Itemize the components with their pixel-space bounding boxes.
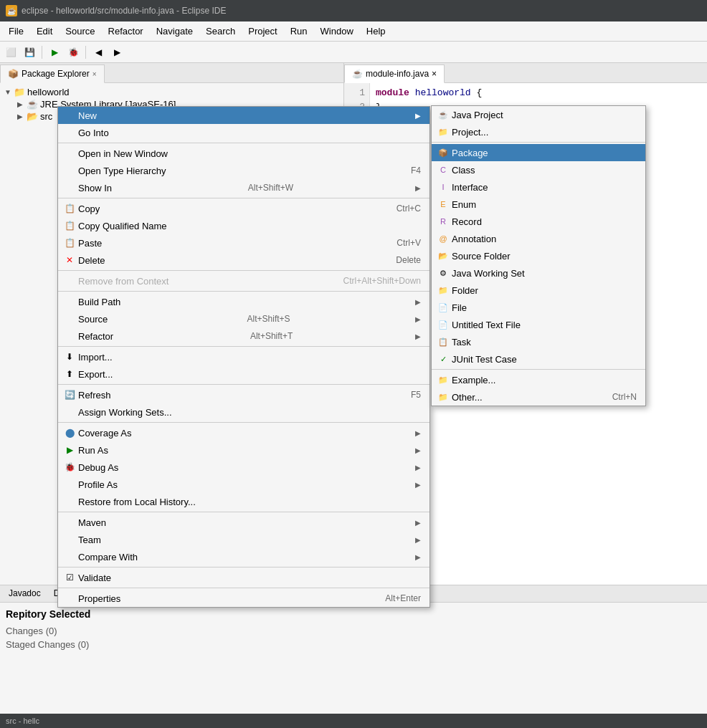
ctx-maven[interactable]: Maven ▶ — [58, 514, 430, 531]
sub-task-label: Task — [452, 337, 471, 348]
menu-refactor[interactable]: Refactor — [103, 24, 149, 39]
ctx-run-as[interactable]: ▶ Run As ▶ — [58, 441, 430, 459]
ctx-copy-qualified[interactable]: 📋 Copy Qualified Name — [58, 217, 430, 234]
ctx-debug-arrow: ▶ — [415, 464, 421, 471]
sub-class[interactable]: C Class — [432, 161, 645, 178]
ctx-refactor-arrow: ▶ — [415, 332, 421, 340]
jre-icon: ☕ — [27, 99, 38, 110]
ctx-new[interactable]: New ▶ — [58, 107, 430, 124]
tree-expand-src[interactable]: ▶ — [17, 112, 24, 120]
sub-task[interactable]: 📋 Task — [432, 333, 645, 350]
tree-helloworld[interactable]: ▼ 📁 helloworld — [3, 86, 341, 98]
ctx-profile-label: Profile As — [78, 479, 118, 490]
menu-file[interactable]: File — [3, 24, 29, 39]
sub-file[interactable]: 📄 File — [432, 299, 645, 316]
menu-window[interactable]: Window — [315, 24, 359, 39]
ctx-maven-label: Maven — [78, 517, 106, 528]
sub-example-label: Example... — [452, 375, 495, 385]
ctx-coverage-as[interactable]: ⬤ Coverage As ▶ — [58, 424, 430, 441]
sub-interface[interactable]: I Interface — [432, 178, 645, 196]
sub-untitled-text-file[interactable]: 📄 Untitled Text File — [432, 316, 645, 333]
ctx-delete[interactable]: ✕ Delete Delete — [58, 252, 430, 269]
ctx-sep-1 — [58, 143, 430, 143]
menu-search[interactable]: Search — [200, 24, 241, 39]
sub-record[interactable]: R Record — [432, 213, 645, 230]
menu-run[interactable]: Run — [285, 24, 313, 39]
sub-junit[interactable]: ✓ JUnit Test Case — [432, 350, 645, 368]
ctx-run-icon: ▶ — [64, 444, 75, 456]
tree-expand-jre[interactable]: ▶ — [17, 100, 24, 108]
ctx-maven-arrow: ▶ — [415, 519, 421, 527]
sub-source-folder[interactable]: 📂 Source Folder — [432, 247, 645, 264]
sub-sep-1 — [432, 142, 645, 143]
window-title: eclipse - helloworld/src/module-info.jav… — [22, 6, 226, 16]
ctx-assign-ws-label: Assign Working Sets... — [78, 407, 172, 418]
ctx-team[interactable]: Team ▶ — [58, 531, 430, 548]
sub-folder[interactable]: 📁 Folder — [432, 282, 645, 299]
tree-expand-helloworld[interactable]: ▼ — [4, 88, 11, 96]
sub-example[interactable]: 📁 Example... — [432, 371, 645, 388]
ctx-sep-6 — [58, 384, 430, 385]
toolbar-new-btn[interactable]: ⬜ — [3, 44, 19, 60]
ctx-refresh-label: Refresh — [78, 390, 111, 401]
sub-other[interactable]: 📁 Other... Ctrl+N — [432, 388, 645, 406]
ctx-open-type-hierarchy-shortcut: F4 — [397, 166, 421, 176]
sub-java-working-set[interactable]: ⚙ Java Working Set — [432, 264, 645, 282]
ctx-coverage-icon: ⬤ — [64, 427, 75, 439]
sub-record-label: Record — [452, 216, 482, 227]
ctx-build-path[interactable]: Build Path ▶ — [58, 293, 430, 310]
toolbar-run-btn[interactable]: ▶ — [47, 44, 62, 60]
sub-interface-label: Interface — [452, 182, 488, 193]
menu-navigate[interactable]: Navigate — [151, 24, 199, 39]
toolbar-sep-2 — [85, 46, 86, 59]
package-explorer-close[interactable]: × — [92, 70, 97, 78]
ctx-open-type-hierarchy[interactable]: Open Type Hierarchy F4 — [58, 162, 430, 179]
ctx-copy[interactable]: 📋 Copy Ctrl+C — [58, 200, 430, 217]
sub-project[interactable]: 📁 Project... — [432, 123, 645, 140]
tab-javadoc[interactable]: Javadoc — [3, 587, 47, 601]
menu-source[interactable]: Source — [60, 24, 100, 39]
ctx-open-new-window[interactable]: Open in New Window — [58, 145, 430, 162]
ctx-import[interactable]: ⬇ Import... — [58, 348, 430, 365]
menu-help[interactable]: Help — [361, 24, 392, 39]
package-explorer-tab[interactable]: 📦 Package Explorer × — [0, 64, 105, 83]
menu-edit[interactable]: Edit — [31, 24, 58, 39]
toolbar-save-btn[interactable]: 💾 — [22, 44, 37, 60]
sub-enum[interactable]: E Enum — [432, 196, 645, 213]
ctx-go-into[interactable]: Go Into — [58, 124, 430, 141]
ctx-refactor[interactable]: Refactor Alt+Shift+T ▶ — [58, 327, 430, 345]
ctx-show-in[interactable]: Show In Alt+Shift+W ▶ — [58, 179, 430, 196]
ctx-debug-as[interactable]: 🐞 Debug As ▶ — [58, 459, 430, 476]
menu-project[interactable]: Project — [242, 24, 283, 39]
sub-folder-icon: 📁 — [437, 284, 449, 296]
sub-enum-icon: E — [437, 198, 449, 210]
ctx-properties[interactable]: Properties Alt+Enter — [58, 590, 430, 607]
src-folder-icon: 📂 — [27, 111, 38, 122]
sub-package[interactable]: 📦 Package — [432, 144, 645, 161]
ctx-refresh[interactable]: 🔄 Refresh F5 — [58, 386, 430, 403]
ctx-export[interactable]: ⬆ Export... — [58, 365, 430, 383]
ctx-compare-with[interactable]: Compare With ▶ — [58, 548, 430, 565]
ctx-remove-icon — [64, 275, 75, 287]
ctx-validate[interactable]: ☑ Validate — [58, 569, 430, 586]
ctx-restore-history[interactable]: Restore from Local History... — [58, 493, 430, 510]
ctx-properties-label: Properties — [78, 593, 120, 604]
ctx-paste[interactable]: 📋 Paste Ctrl+V — [58, 234, 430, 252]
ctx-import-icon: ⬇ — [64, 351, 75, 363]
sub-annotation[interactable]: @ Annotation — [432, 230, 645, 247]
ctx-assign-working-sets[interactable]: Assign Working Sets... — [58, 403, 430, 421]
toolbar-prev-btn[interactable]: ◀ — [90, 44, 106, 60]
sub-junit-icon: ✓ — [437, 353, 449, 365]
editor-tab-module-info[interactable]: ☕ module-info.java × — [344, 64, 445, 83]
sub-other-icon: 📁 — [437, 391, 449, 403]
ctx-copy-label: Copy — [78, 203, 100, 214]
ctx-build-path-arrow: ▶ — [415, 298, 421, 306]
ctx-profile-as[interactable]: Profile As ▶ — [58, 476, 430, 493]
ctx-source[interactable]: Source Alt+Shift+S ▶ — [58, 310, 430, 327]
sub-java-project[interactable]: ☕ Java Project — [432, 106, 645, 123]
toolbar-debug-btn[interactable]: 🐞 — [65, 44, 81, 60]
editor-tab-close[interactable]: × — [432, 69, 437, 79]
sub-source-folder-label: Source Folder — [452, 251, 511, 262]
toolbar-next-btn[interactable]: ▶ — [109, 44, 125, 60]
ctx-go-into-label: Go Into — [78, 128, 109, 138]
